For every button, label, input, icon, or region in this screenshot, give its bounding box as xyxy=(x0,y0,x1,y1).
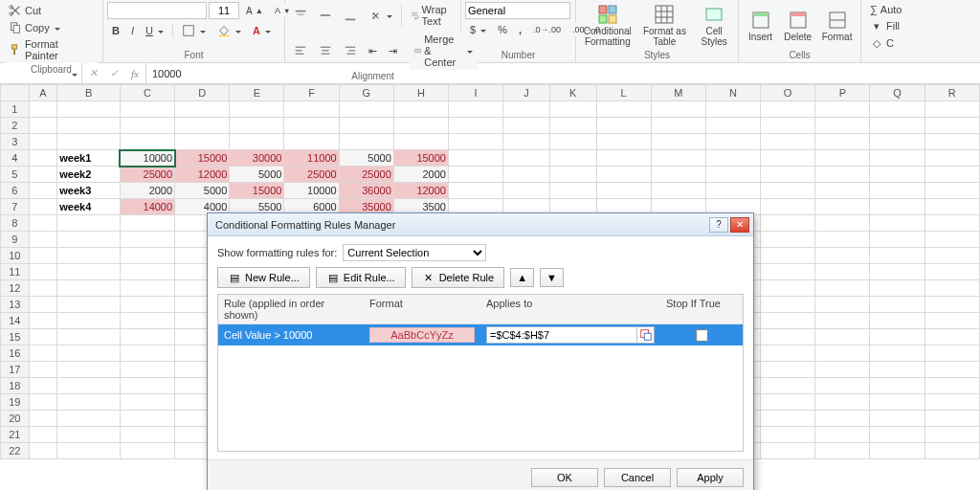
cell[interactable] xyxy=(448,101,502,118)
cell[interactable] xyxy=(815,150,870,167)
cell[interactable] xyxy=(924,167,979,183)
row-header[interactable]: 17 xyxy=(1,362,30,378)
cell[interactable] xyxy=(870,297,924,313)
align-center-button[interactable] xyxy=(314,42,337,59)
row-header[interactable]: 3 xyxy=(1,134,30,150)
cell[interactable] xyxy=(284,101,339,118)
col-header[interactable]: I xyxy=(448,85,502,101)
cell[interactable] xyxy=(596,167,651,183)
cell[interactable] xyxy=(870,411,924,427)
delete-cells-button[interactable]: Delete xyxy=(780,7,815,44)
cell[interactable] xyxy=(549,118,596,134)
row-header[interactable]: 14 xyxy=(1,313,30,329)
cell[interactable] xyxy=(29,313,57,329)
cell[interactable] xyxy=(870,118,924,134)
cell[interactable] xyxy=(815,313,870,329)
cell[interactable] xyxy=(503,167,550,183)
cell[interactable] xyxy=(705,118,760,134)
cell[interactable]: 15000 xyxy=(230,183,284,199)
formula-input[interactable]: 10000 xyxy=(146,68,980,79)
cell[interactable] xyxy=(651,150,705,167)
cell[interactable] xyxy=(448,183,502,199)
select-all-cell[interactable] xyxy=(1,85,30,101)
cell[interactable] xyxy=(549,150,596,167)
cell[interactable] xyxy=(230,134,284,150)
cell[interactable] xyxy=(29,150,57,167)
font-size-select[interactable] xyxy=(209,2,239,19)
italic-button[interactable]: I xyxy=(126,23,139,38)
cell[interactable] xyxy=(120,264,174,280)
cell[interactable] xyxy=(924,264,979,280)
col-header[interactable]: O xyxy=(761,85,815,101)
cell[interactable] xyxy=(870,101,924,118)
cell[interactable] xyxy=(924,362,979,378)
cell[interactable] xyxy=(339,118,393,134)
cell[interactable] xyxy=(596,118,651,134)
cell[interactable] xyxy=(924,134,979,150)
cell[interactable] xyxy=(924,345,979,362)
cell[interactable] xyxy=(870,248,924,264)
cell[interactable] xyxy=(924,150,979,167)
cell[interactable] xyxy=(815,248,870,264)
comma-button[interactable]: , xyxy=(514,22,526,37)
cell[interactable] xyxy=(870,394,924,411)
cell[interactable]: 36000 xyxy=(339,183,393,199)
cell[interactable] xyxy=(815,345,870,362)
cell[interactable]: 25000 xyxy=(284,167,339,183)
cell[interactable] xyxy=(870,183,924,199)
col-header[interactable]: D xyxy=(175,85,230,101)
wrap-text-button[interactable]: Wrap Text xyxy=(406,2,457,29)
row-header[interactable]: 20 xyxy=(1,411,30,427)
cut-button[interactable]: Cut xyxy=(4,2,46,19)
cell[interactable] xyxy=(120,329,174,345)
cell[interactable] xyxy=(815,183,870,199)
cell[interactable] xyxy=(761,280,815,297)
cell[interactable] xyxy=(815,443,870,459)
cell[interactable] xyxy=(29,427,57,443)
number-format-select[interactable] xyxy=(465,2,570,19)
cell[interactable] xyxy=(870,167,924,183)
cell[interactable] xyxy=(57,329,121,345)
cell[interactable] xyxy=(29,232,57,248)
col-header[interactable]: Q xyxy=(870,85,924,101)
cell[interactable] xyxy=(29,443,57,459)
cell[interactable] xyxy=(230,101,284,118)
format-painter-button[interactable]: Format Painter xyxy=(4,36,99,63)
help-button[interactable]: ? xyxy=(709,217,728,233)
row-header[interactable]: 16 xyxy=(1,345,30,362)
row-header[interactable]: 1 xyxy=(1,101,30,118)
cell[interactable] xyxy=(815,280,870,297)
cell[interactable] xyxy=(549,134,596,150)
fill-button[interactable]: ▾Fill xyxy=(865,17,904,34)
insert-cells-button[interactable]: Insert xyxy=(743,7,778,44)
cell[interactable]: week2 xyxy=(57,167,121,183)
apply-button[interactable]: Apply xyxy=(677,468,744,487)
cell[interactable] xyxy=(57,443,121,459)
cell[interactable] xyxy=(120,411,174,427)
cell[interactable] xyxy=(705,167,760,183)
cell[interactable] xyxy=(815,134,870,150)
align-top-button[interactable] xyxy=(289,7,312,24)
range-picker-button[interactable] xyxy=(636,327,654,343)
cancel-formula-button[interactable]: ✕ xyxy=(82,63,103,83)
format-cells-button[interactable]: Format xyxy=(817,7,857,44)
cell[interactable] xyxy=(175,134,230,150)
cell[interactable]: 25000 xyxy=(120,167,174,183)
cell[interactable] xyxy=(393,118,448,134)
cell[interactable] xyxy=(815,394,870,411)
cell[interactable]: 5000 xyxy=(339,150,393,167)
cell[interactable] xyxy=(870,362,924,378)
cell[interactable] xyxy=(761,101,815,118)
cell[interactable] xyxy=(924,427,979,443)
cell[interactable] xyxy=(761,329,815,345)
cell[interactable] xyxy=(29,345,57,362)
cell[interactable] xyxy=(57,232,121,248)
col-header[interactable]: A xyxy=(29,85,57,101)
cell[interactable]: 5000 xyxy=(175,183,230,199)
col-header[interactable]: P xyxy=(815,85,870,101)
delete-rule-button[interactable]: ✕Delete Rule xyxy=(412,267,504,288)
cell[interactable]: week4 xyxy=(57,199,121,215)
cell[interactable] xyxy=(57,248,121,264)
cell[interactable] xyxy=(761,232,815,248)
cell[interactable] xyxy=(120,313,174,329)
